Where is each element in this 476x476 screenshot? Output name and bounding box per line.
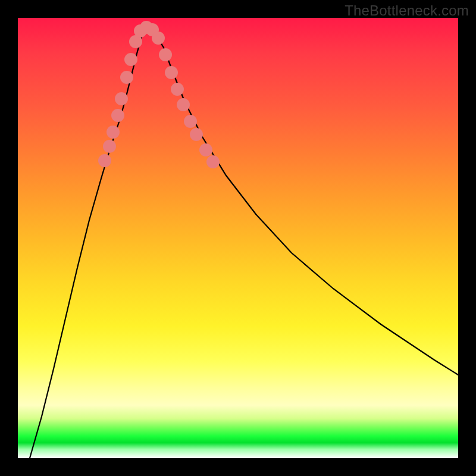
bottleneck-curve <box>30 27 458 458</box>
chart-svg <box>18 18 458 458</box>
data-marker <box>124 53 137 66</box>
data-marker <box>184 115 197 128</box>
plot-area <box>18 18 458 458</box>
data-marker <box>206 155 220 168</box>
data-marker <box>98 154 111 167</box>
data-marker <box>103 140 116 153</box>
data-marker <box>159 48 172 61</box>
data-marker <box>115 92 128 105</box>
data-marker <box>177 98 190 111</box>
data-marker <box>120 71 133 84</box>
watermark-text: TheBottleneck.com <box>345 2 469 19</box>
marker-group <box>98 21 220 168</box>
data-marker <box>111 109 124 122</box>
data-marker <box>190 128 203 141</box>
chart-frame: TheBottleneck.com <box>0 0 476 476</box>
data-marker <box>199 143 212 156</box>
data-marker <box>152 32 165 45</box>
data-marker <box>165 66 178 79</box>
data-marker <box>107 126 120 139</box>
data-marker <box>171 83 184 96</box>
